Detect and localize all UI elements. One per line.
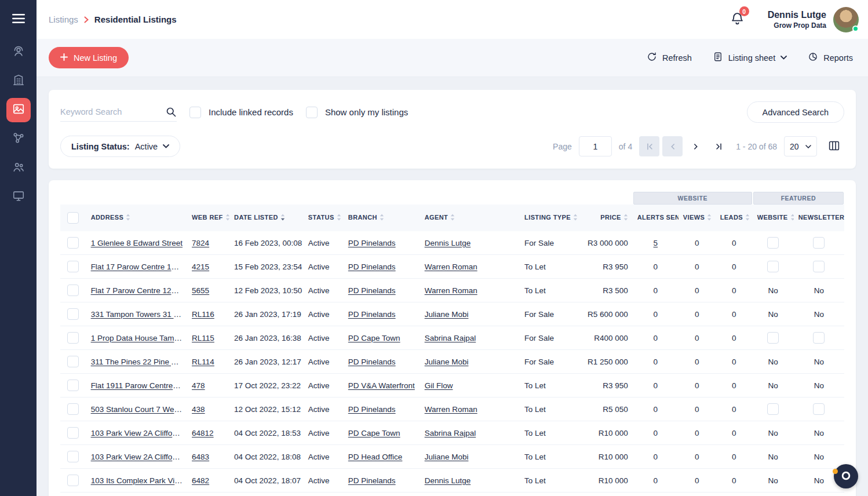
branch-link[interactable]: PD Head Office bbox=[348, 453, 403, 461]
row-checkbox[interactable] bbox=[67, 380, 79, 391]
column-header-date-listed[interactable]: DATE LISTED bbox=[229, 205, 304, 231]
include-linked-option[interactable]: Include linked records bbox=[189, 107, 293, 118]
row-checkbox[interactable] bbox=[67, 356, 79, 367]
avatar[interactable] bbox=[833, 7, 859, 32]
sidebar-item-contacts[interactable] bbox=[6, 156, 31, 180]
address-link[interactable]: 103 Park View 2A Clifford … bbox=[91, 453, 187, 461]
row-checkbox[interactable] bbox=[67, 308, 79, 320]
search-icon[interactable] bbox=[165, 106, 177, 118]
advanced-search-button[interactable]: Advanced Search bbox=[747, 101, 844, 123]
address-link[interactable]: Flat 17 Parow Centre 123 … bbox=[91, 262, 187, 271]
web-ref-link[interactable]: 478 bbox=[192, 381, 205, 390]
agent-link[interactable]: Juliane Mobi bbox=[425, 453, 469, 461]
reports-button[interactable]: Reports bbox=[808, 52, 853, 64]
row-checkbox[interactable] bbox=[67, 475, 79, 486]
include-linked-checkbox[interactable] bbox=[189, 107, 201, 118]
select-all-checkbox[interactable] bbox=[67, 212, 79, 224]
address-link[interactable]: 103 Its Complex Park Vie… bbox=[91, 476, 187, 485]
alerts-sent-link[interactable]: 5 bbox=[654, 239, 658, 247]
web-ref-link[interactable]: RL116 bbox=[192, 310, 214, 319]
web-ref-link[interactable]: 6482 bbox=[192, 476, 209, 485]
listing-sheet-button[interactable]: Listing sheet bbox=[713, 52, 787, 64]
column-header-agent[interactable]: AGENT bbox=[420, 205, 520, 231]
branch-link[interactable]: PD Pinelands bbox=[348, 405, 396, 414]
row-checkbox[interactable] bbox=[67, 332, 79, 344]
sidebar-item-support[interactable] bbox=[6, 40, 31, 64]
agent-link[interactable]: Sabrina Rajpal bbox=[425, 429, 476, 437]
newsletter-checkbox[interactable] bbox=[813, 237, 825, 249]
web-ref-link[interactable]: RL114 bbox=[192, 358, 214, 366]
address-link[interactable]: 1 Prop Data House Tamp… bbox=[91, 334, 187, 342]
sidebar-item-branches[interactable] bbox=[6, 69, 31, 93]
agent-link[interactable]: Sabrina Rajpal bbox=[425, 334, 476, 342]
column-header-views[interactable]: VIEWS bbox=[679, 205, 716, 231]
page-number-input[interactable] bbox=[579, 136, 612, 156]
sidebar-item-listings[interactable] bbox=[6, 98, 31, 122]
previous-page-button[interactable] bbox=[662, 136, 683, 156]
column-header-alerts-sent[interactable]: ALERTS SENT bbox=[633, 205, 679, 231]
column-header-branch[interactable]: BRANCH bbox=[344, 205, 420, 231]
web-ref-link[interactable]: 6483 bbox=[192, 453, 209, 461]
row-checkbox[interactable] bbox=[67, 237, 79, 249]
address-link[interactable]: Flat 7 Parow Centre 123 … bbox=[91, 286, 186, 295]
web-ref-link[interactable]: 4215 bbox=[192, 262, 209, 271]
agent-link[interactable]: Warren Roman bbox=[425, 286, 477, 295]
column-header-newsletter[interactable]: NEWSLETTER bbox=[794, 205, 844, 231]
new-listing-button[interactable]: New Listing bbox=[49, 47, 129, 68]
branch-link[interactable]: PD Pinelands bbox=[348, 476, 396, 485]
agent-link[interactable]: Juliane Mobi bbox=[425, 358, 469, 366]
sidebar-item-network[interactable] bbox=[6, 127, 31, 151]
address-link[interactable]: 331 Tampon Towers 31 M… bbox=[91, 310, 187, 319]
column-header-status[interactable]: STATUS bbox=[304, 205, 344, 231]
agent-link[interactable]: Juliane Mobi bbox=[425, 310, 469, 319]
branch-link[interactable]: PD Pinelands bbox=[348, 358, 396, 366]
listing-status-select[interactable]: Listing Status: Active bbox=[60, 136, 180, 157]
branch-link[interactable]: PD V&A Waterfront bbox=[348, 381, 415, 390]
notifications-button[interactable]: 0 bbox=[730, 11, 745, 28]
row-checkbox[interactable] bbox=[67, 427, 79, 439]
show-only-mine-option[interactable]: Show only my listings bbox=[306, 107, 408, 118]
web-ref-link[interactable]: 64812 bbox=[192, 429, 214, 437]
address-link[interactable]: 103 Park View 2A Clifford … bbox=[91, 429, 187, 437]
refresh-button[interactable]: Refresh bbox=[647, 52, 692, 64]
web-ref-link[interactable]: 438 bbox=[192, 405, 205, 414]
column-header-website[interactable]: WEBSITE bbox=[753, 205, 794, 231]
agent-link[interactable]: Gil Flow bbox=[425, 381, 453, 390]
column-settings-button[interactable] bbox=[824, 136, 844, 156]
website-checkbox[interactable] bbox=[767, 237, 779, 249]
breadcrumb-parent[interactable]: Listings bbox=[49, 14, 78, 24]
website-checkbox[interactable] bbox=[767, 332, 779, 344]
branch-link[interactable]: PD Cape Town bbox=[348, 334, 400, 342]
column-header-address[interactable]: ADDRESS bbox=[86, 205, 187, 231]
agent-link[interactable]: Dennis Lutge bbox=[425, 239, 471, 247]
column-header-listing-type[interactable]: LISTING TYPE bbox=[520, 205, 578, 231]
row-checkbox[interactable] bbox=[67, 261, 79, 272]
web-ref-link[interactable]: RL115 bbox=[192, 334, 214, 342]
branch-link[interactable]: PD Pinelands bbox=[348, 239, 396, 247]
search-input[interactable] bbox=[60, 103, 165, 121]
column-header-price[interactable]: PRICE bbox=[578, 205, 632, 231]
row-checkbox[interactable] bbox=[67, 403, 79, 415]
web-ref-link[interactable]: 7824 bbox=[192, 239, 209, 247]
first-page-button[interactable] bbox=[639, 136, 659, 156]
sidebar-item-website[interactable] bbox=[6, 185, 31, 209]
agent-link[interactable]: Warren Roman bbox=[425, 405, 477, 414]
help-beacon-button[interactable] bbox=[834, 464, 858, 488]
row-checkbox[interactable] bbox=[67, 451, 79, 462]
show-only-mine-checkbox[interactable] bbox=[306, 107, 318, 118]
column-header-web-ref[interactable]: WEB REF bbox=[187, 205, 229, 231]
branch-link[interactable]: PD Pinelands bbox=[348, 310, 396, 319]
branch-link[interactable]: PD Pinelands bbox=[348, 262, 396, 271]
branch-link[interactable]: PD Cape Town bbox=[348, 429, 400, 437]
agent-link[interactable]: Warren Roman bbox=[425, 262, 477, 271]
row-checkbox[interactable] bbox=[67, 285, 79, 296]
website-checkbox[interactable] bbox=[767, 403, 779, 415]
branch-link[interactable]: PD Pinelands bbox=[348, 286, 396, 295]
column-header-leads[interactable]: LEADS bbox=[716, 205, 753, 231]
address-link[interactable]: 503 Stanlou Court 7 Welt… bbox=[91, 405, 186, 414]
address-link[interactable]: Flat 1911 Parow Centre 12… bbox=[91, 381, 187, 390]
website-checkbox[interactable] bbox=[767, 261, 779, 272]
menu-toggle-button[interactable] bbox=[12, 14, 25, 25]
page-size-select[interactable]: 20 bbox=[784, 136, 817, 156]
last-page-button[interactable] bbox=[709, 136, 729, 156]
